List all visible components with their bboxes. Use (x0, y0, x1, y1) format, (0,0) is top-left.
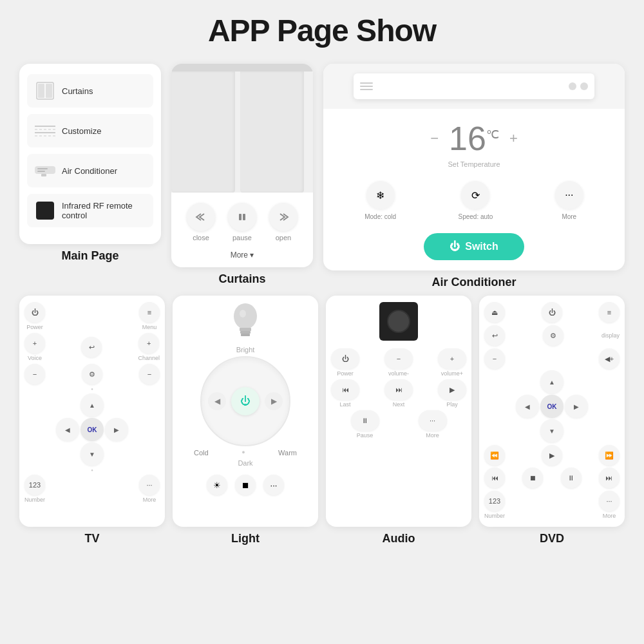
dvd-menu-btn[interactable]: ≡ (599, 302, 620, 323)
audio-pause-btn[interactable]: ⏸ (351, 410, 379, 431)
tv-more-btn[interactable]: ··· (139, 475, 160, 495)
speaker-icon (379, 302, 418, 341)
dvd-power-btn[interactable]: ⏻ (542, 302, 562, 323)
curtain-visual (171, 64, 313, 193)
svg-rect-10 (41, 174, 46, 176)
tv-vol-plus-btn[interactable]: + (24, 333, 45, 354)
tv-down-btn[interactable]: ▼ (80, 442, 104, 466)
tv-dpad: ▲ ◀ OK ▶ ▼ (56, 393, 128, 466)
light-left-btn[interactable]: ◀ (208, 392, 226, 410)
tv-up-btn[interactable]: ▲ (80, 393, 104, 417)
bright-label: Bright (236, 346, 255, 354)
tv-ch-plus-btn[interactable]: + (138, 333, 159, 354)
tv-back-btn[interactable]: ↩ (81, 337, 102, 357)
curtain-more-link[interactable]: More ▾ (231, 247, 254, 267)
svg-rect-15 (240, 331, 251, 334)
dvd-play-btn[interactable]: ▶ (542, 445, 562, 466)
dvd-stop-btn[interactable]: ⏹ (522, 468, 543, 488)
curtain-open-btn[interactable] (269, 203, 298, 231)
ac-card: − 16℃ + Set Temperature ❄ Mode: cold ⟳ (323, 64, 625, 270)
curtain-open-label: open (276, 234, 291, 242)
dvd-ok-btn[interactable]: OK (540, 395, 564, 418)
curtain-pause-label: pause (232, 234, 252, 242)
dvd-forward-btn[interactable]: ⏩ (599, 445, 620, 466)
svg-rect-11 (239, 214, 242, 220)
light-power-icon: ⏻ (240, 395, 251, 407)
audio-prev-btn[interactable]: ⏮ (331, 379, 359, 400)
main-page-card: Curtains Customize (19, 64, 161, 244)
dvd-vol-plus-btn[interactable]: ◀+ (599, 348, 620, 369)
dvd-skip-back-btn[interactable]: ⏮ (484, 468, 505, 488)
ac-mode-cold-btn[interactable]: ❄ (366, 181, 395, 209)
light-label: Light (231, 532, 260, 545)
tv-ch-minus-btn[interactable]: − (139, 364, 160, 384)
menu-text-infrared: Infrared RF remote control (62, 201, 146, 220)
light-right-btn[interactable]: ▶ (265, 392, 283, 410)
dvd-back-btn[interactable]: ↩ (484, 325, 505, 346)
dvd-vol-minus-btn[interactable]: − (484, 348, 505, 369)
ac-label: Air Conditioner (432, 276, 516, 289)
dvd-pause-btn[interactable]: ⏸ (561, 468, 582, 488)
ac-increase-btn[interactable]: + (509, 130, 518, 147)
light-bulb-icon (231, 302, 260, 346)
ac-mode-speed-btn[interactable]: ⟳ (461, 181, 489, 209)
tv-vol-minus-btn[interactable]: − (24, 364, 45, 384)
audio-next-label: Next (393, 401, 405, 408)
light-stop-btn[interactable]: ⏹ (235, 475, 256, 495)
svg-point-13 (234, 303, 257, 329)
dvd-down-btn[interactable]: ▼ (540, 419, 564, 442)
audio-vol-plus-btn[interactable]: + (438, 348, 466, 369)
light-power-btn[interactable]: ⏻ (231, 387, 260, 415)
audio-more-btn[interactable]: ··· (419, 410, 447, 431)
dvd-eject-btn[interactable]: ⏏ (484, 302, 505, 323)
ac-decrease-btn[interactable]: − (430, 130, 439, 147)
menu-item-infrared[interactable]: Infrared RF remote control (27, 194, 153, 227)
audio-vol-plus-label: volume+ (441, 370, 463, 377)
audio-play-label: Play (446, 401, 458, 408)
dvd-rewind-btn[interactable]: ⏪ (484, 445, 505, 466)
curtain-pause-btn[interactable] (228, 203, 256, 231)
dvd-more-btn[interactable]: ··· (599, 491, 620, 511)
dvd-left-btn[interactable]: ◀ (516, 395, 539, 418)
audio-more-label: More (426, 432, 439, 439)
tv-label: TV (84, 532, 99, 545)
curtains-card: close pause open (171, 64, 313, 267)
dvd-right-btn[interactable]: ▶ (565, 395, 588, 418)
tv-power-label: Power (26, 324, 43, 330)
dvd-skip-fwd-btn[interactable]: ⏭ (599, 468, 620, 488)
curtain-close-btn[interactable] (187, 203, 215, 231)
tv-power-btn[interactable]: ⏻ (24, 302, 45, 323)
ac-mode-speed: ⟳ Speed: auto (458, 181, 493, 220)
dvd-num-btn[interactable]: 123 (484, 491, 505, 511)
ac-mode-more-btn[interactable]: ··· (555, 181, 583, 209)
tv-num-btn[interactable]: 123 (24, 475, 45, 495)
menu-item-curtains[interactable]: Curtains (27, 74, 153, 108)
tv-right-btn[interactable]: ▶ (105, 418, 128, 441)
ac-switch-btn[interactable]: ⏻ Switch (424, 233, 524, 260)
audio-next-btn[interactable]: ⏭ (384, 379, 413, 400)
tv-voice-label: Voice (28, 355, 42, 361)
ac-mode-cold: ❄ Mode: cold (365, 181, 396, 220)
audio-card: ⏻ Power − volume- + volume+ ⏮ (326, 296, 471, 527)
tv-settings-btn[interactable]: ⚙ (82, 364, 102, 384)
ac-temperature: 16℃ (449, 119, 499, 158)
menu-item-ac[interactable]: Air Conditioner (27, 154, 153, 187)
audio-vol-minus-btn[interactable]: − (384, 348, 413, 369)
audio-play-btn[interactable]: ▶ (438, 379, 466, 400)
curtain-right (240, 71, 304, 193)
dvd-up-btn[interactable]: ▲ (540, 370, 564, 393)
tv-ok-btn[interactable]: OK (80, 418, 104, 441)
menu-item-customize[interactable]: Customize (27, 114, 153, 147)
tv-menu-label: Menu (142, 324, 157, 330)
power-icon: ⏻ (450, 241, 460, 252)
light-more2-btn[interactable]: ··· (263, 475, 284, 495)
light-sun-btn[interactable]: ☀ (207, 475, 227, 495)
tv-left-btn[interactable]: ◀ (56, 418, 79, 441)
tv-num-label: Number (24, 497, 45, 503)
tv-menu-btn[interactable]: ≡ (139, 302, 160, 323)
svg-rect-1 (38, 84, 44, 98)
audio-power-btn[interactable]: ⏻ (331, 348, 359, 369)
dvd-gear-btn[interactable]: ⚙ (543, 325, 564, 346)
light-dial[interactable]: ◀ ⏻ ▶ (200, 356, 290, 446)
dvd-more-label: More (603, 513, 616, 519)
